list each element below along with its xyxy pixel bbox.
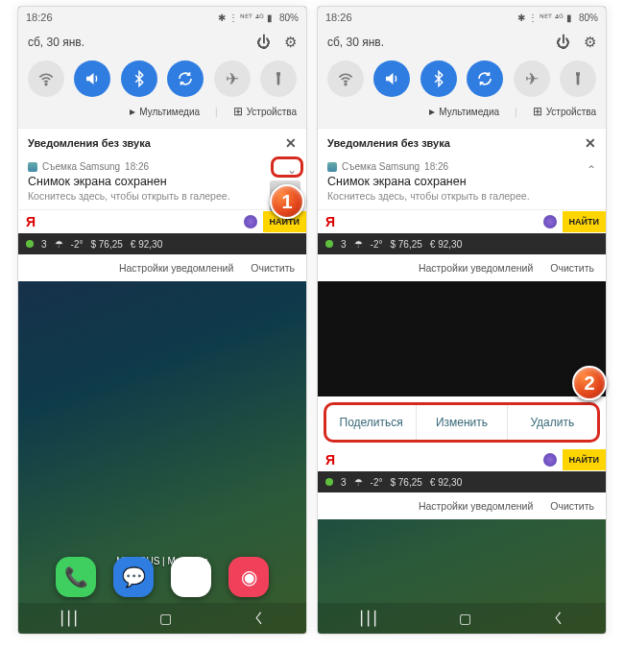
screenshot-notification[interactable]: Съемка Samsung 18:26 Снимок экрана сохра… xyxy=(318,157,606,210)
nav-back[interactable]: く xyxy=(252,610,266,627)
devices-button[interactable]: ⊞Устройства xyxy=(233,105,297,118)
quick-settings-row: ✈ xyxy=(327,60,596,97)
power-icon[interactable]: ⏻ xyxy=(556,34,570,51)
clear-button[interactable]: Очистить xyxy=(550,262,594,274)
qs-wifi[interactable] xyxy=(28,60,64,97)
status-bar: 18:26 ✱ ⋮ ᴺᴱᵀ ⁴ᴳ ▮ 80% xyxy=(18,7,306,28)
shade-date: сб, 30 янв. xyxy=(327,36,384,49)
status-icons: ✱ ⋮ ᴺᴱᵀ ⁴ᴳ ▮ 80% xyxy=(214,12,299,23)
delete-button[interactable]: Удалить xyxy=(508,405,597,440)
alice-icon[interactable] xyxy=(543,215,557,228)
notification-shade: сб, 30 янв. ⏻ ⚙ ✈ ▸Мультимедиа | ⊞Устрой… xyxy=(18,28,306,128)
quick-settings-row: ✈ xyxy=(28,60,297,97)
qs-sound[interactable] xyxy=(373,60,410,97)
silent-header: Уведомления без звука ✕ xyxy=(18,128,306,157)
notif-settings-button[interactable]: Настройки уведомлений xyxy=(419,500,533,512)
weather-icon: ☂ xyxy=(55,239,63,250)
status-dot xyxy=(325,240,333,248)
media-button[interactable]: ▸Мультимедиа xyxy=(429,105,499,118)
qs-airplane[interactable]: ✈ xyxy=(514,60,550,97)
callout-badge-1: 1 xyxy=(270,184,304,219)
notif-settings-button[interactable]: Настройки уведомлений xyxy=(119,262,233,274)
nav-recent[interactable]: ⎮⎮⎮ xyxy=(59,611,79,626)
qs-flashlight[interactable] xyxy=(260,60,297,97)
gear-icon[interactable]: ⚙ xyxy=(584,34,596,51)
status-bar: 18:26 ✱ ⋮ ᴺᴱᵀ ⁴ᴳ ▮ 80% xyxy=(318,7,606,28)
svg-point-1 xyxy=(345,84,347,85)
share-button[interactable]: Поделиться xyxy=(326,405,417,440)
power-icon[interactable]: ⏻ xyxy=(256,34,271,51)
weather-count: 3 xyxy=(41,239,47,250)
nav-recent[interactable]: ⎮⎮⎮ xyxy=(358,611,378,626)
weather-temp: -2° xyxy=(71,239,84,250)
screenshot-preview[interactable] xyxy=(318,281,606,396)
dock-phone[interactable]: 📞 xyxy=(56,557,96,597)
clear-button[interactable]: Очистить xyxy=(550,500,594,512)
notif-app: Съемка Samsung xyxy=(342,161,420,172)
yandex-weather-bar-2[interactable]: 3 ☂ -2° $ 76,25 € 92,30 xyxy=(318,471,606,492)
dock-messages[interactable]: 💬 xyxy=(113,557,154,597)
phone-left: 18:26 ✱ ⋮ ᴺᴱᵀ ⁴ᴳ ▮ 80% сб, 30 янв. ⏻ ⚙ ✈… xyxy=(17,6,307,635)
silent-label: Уведомления без звука xyxy=(28,137,151,149)
notif-app: Съемка Samsung xyxy=(42,161,120,172)
find-button[interactable]: НАЙТИ xyxy=(563,211,606,232)
app-icon xyxy=(327,162,337,172)
qs-bluetooth[interactable] xyxy=(121,60,157,97)
notif-title: Снимок экрана сохранен xyxy=(327,175,596,188)
close-icon[interactable]: ✕ xyxy=(285,135,297,151)
notification-actions: Поделиться Изменить Удалить xyxy=(324,402,600,443)
gear-icon[interactable]: ⚙ xyxy=(284,34,297,51)
qs-flashlight[interactable] xyxy=(560,60,596,97)
yandex-logo: Я xyxy=(325,214,335,229)
notif-title: Снимок экрана сохранен xyxy=(28,175,297,188)
chevron-up-icon[interactable]: ⌃ xyxy=(587,163,596,177)
dock-yandex[interactable]: Y xyxy=(171,557,211,597)
silent-header: Уведомления без звука ✕ xyxy=(318,128,606,157)
nav-home[interactable]: ▢ xyxy=(159,611,172,626)
notif-time: 18:26 xyxy=(424,161,448,172)
devices-button[interactable]: ⊞Устройства xyxy=(533,105,596,118)
yandex-search-bar-2[interactable]: Я НАЙТИ xyxy=(318,448,606,471)
app-icon xyxy=(28,162,37,172)
media-button[interactable]: ▸Мультимедиа xyxy=(130,105,200,118)
chevron-down-icon[interactable]: ⌄ xyxy=(287,163,297,177)
close-icon[interactable]: ✕ xyxy=(585,135,596,151)
shade-date: сб, 30 янв. xyxy=(28,36,84,49)
yandex-search-bar[interactable]: Я НАЙТИ xyxy=(318,210,606,233)
dock-camera[interactable]: ◉ xyxy=(228,557,269,597)
qs-wifi[interactable] xyxy=(327,60,364,97)
notif-settings-button[interactable]: Настройки уведомлений xyxy=(419,262,533,274)
notif-sub: Коснитесь здесь, чтобы открыть в галерее… xyxy=(327,190,596,202)
android-navbar: ⎮⎮⎮ ▢ く xyxy=(318,603,606,634)
weather-icon: ☂ xyxy=(354,239,363,250)
qs-airplane[interactable]: ✈ xyxy=(214,60,251,97)
yandex-logo: Я xyxy=(26,214,36,229)
notification-shade: сб, 30 янв. ⏻ ⚙ ✈ ▸Мультимедиа | ⊞Устрой… xyxy=(318,28,606,128)
find-button[interactable]: НАЙТИ xyxy=(563,449,606,470)
status-time: 18:26 xyxy=(26,12,53,23)
edit-button[interactable]: Изменить xyxy=(417,405,507,440)
yandex-search-bar[interactable]: Я НАЙТИ xyxy=(18,210,306,233)
status-time: 18:26 xyxy=(325,12,352,23)
yandex-weather-bar[interactable]: 3 ☂ -2° $ 76,25 € 92,30 xyxy=(18,233,306,254)
status-dot xyxy=(26,240,34,248)
nav-home[interactable]: ▢ xyxy=(459,611,471,626)
yandex-weather-bar[interactable]: 3 ☂ -2° $ 76,25 € 92,30 xyxy=(318,233,606,254)
nav-back[interactable]: く xyxy=(552,610,565,627)
alice-icon[interactable] xyxy=(244,215,257,228)
qs-bluetooth[interactable] xyxy=(420,60,457,97)
status-icons: ✱ ⋮ ᴺᴱᵀ ⁴ᴳ ▮ 80% xyxy=(514,12,598,23)
phone-right: 18:26 ✱ ⋮ ᴺᴱᵀ ⁴ᴳ ▮ 80% сб, 30 янв. ⏻ ⚙ ✈… xyxy=(317,6,607,635)
silent-label: Уведомления без звука xyxy=(327,137,450,149)
qs-rotate[interactable] xyxy=(467,60,503,97)
android-navbar: ⎮⎮⎮ ▢ く xyxy=(18,603,306,634)
qs-sound[interactable] xyxy=(74,60,110,97)
rate-eur: € 92,30 xyxy=(131,239,162,250)
qs-rotate[interactable] xyxy=(167,60,204,97)
rate-usd: $ 76,25 xyxy=(90,239,122,250)
notif-sub: Коснитесь здесь, чтобы открыть в галерее… xyxy=(28,190,297,202)
alice-icon[interactable] xyxy=(543,453,557,467)
screenshot-notification[interactable]: Съемка Samsung 18:26 Снимок экрана сохра… xyxy=(18,157,306,210)
clear-button[interactable]: Очистить xyxy=(251,262,295,274)
dock: 📞 💬 Y ◉ xyxy=(18,557,306,597)
